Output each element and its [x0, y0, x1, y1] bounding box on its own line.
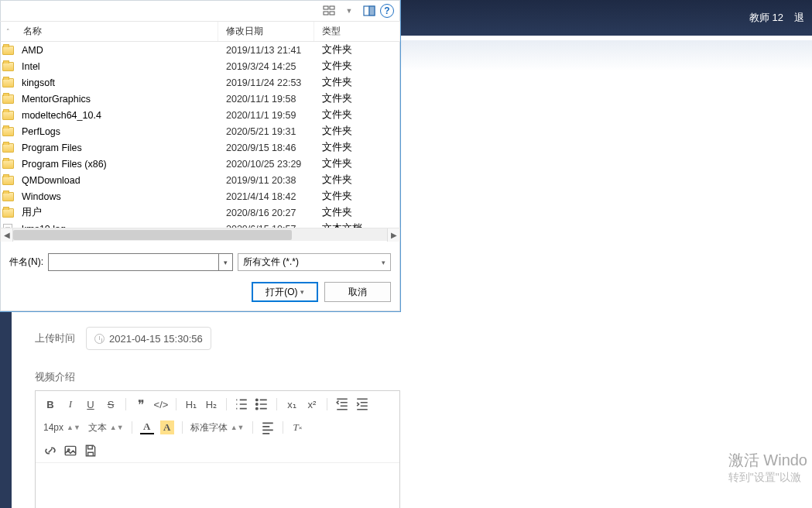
subscript-icon[interactable]: x₁	[285, 397, 299, 411]
file-name: modeltech64_10.4	[15, 110, 218, 121]
svg-point-1	[256, 403, 258, 405]
sort-indicator-icon: ˄	[0, 28, 15, 36]
scroll-right-icon[interactable]: ▶	[387, 228, 400, 242]
folder-icon	[0, 78, 15, 88]
file-name: MentorGraphics	[15, 94, 218, 105]
user-label[interactable]: 教师 12	[749, 11, 783, 25]
h1-icon[interactable]: H₁	[184, 397, 198, 411]
file-type-filter[interactable]: 所有文件 (*.*) ▾	[238, 253, 391, 271]
filename-input[interactable]	[48, 253, 219, 271]
clear-format-icon[interactable]: T×	[291, 420, 305, 434]
help-icon[interactable]: ?	[380, 4, 394, 18]
image-icon[interactable]	[63, 444, 77, 458]
file-name: QMDownload	[15, 175, 218, 186]
font-color-icon[interactable]: A	[140, 420, 154, 434]
svg-rect-5	[324, 6, 328, 9]
divider	[327, 398, 327, 410]
upload-time-value: 2021-04-15 15:30:56	[109, 333, 203, 345]
std-font-select[interactable]: 标准字体▲▼	[190, 421, 245, 434]
file-type: 文件夹	[314, 108, 400, 122]
file-row[interactable]: Windows2021/4/14 18:42文件夹	[0, 188, 400, 204]
view-dropdown-icon[interactable]: ▼	[340, 2, 358, 19]
align-icon[interactable]	[261, 420, 275, 434]
strike-icon[interactable]: S	[104, 397, 118, 411]
scroll-left-icon[interactable]: ◀	[0, 228, 13, 242]
divider	[276, 398, 277, 410]
file-row[interactable]: modeltech64_10.42020/11/1 19:59文件夹	[0, 107, 400, 123]
divider	[176, 398, 176, 410]
superscript-icon[interactable]: x²	[305, 397, 319, 411]
file-row[interactable]: kingsoft2019/11/24 22:53文件夹	[0, 74, 400, 91]
file-row[interactable]: Program Files (x86)2020/10/25 23:29文件夹	[0, 156, 400, 172]
folder-icon	[0, 127, 15, 136]
file-date: 2021/4/14 18:42	[218, 191, 314, 202]
quote-icon[interactable]: ❞	[134, 397, 148, 411]
file-row[interactable]: 用户2020/8/16 20:27文件夹	[0, 204, 400, 221]
code-icon[interactable]: </>	[154, 397, 168, 411]
preview-pane-icon[interactable]	[360, 2, 379, 19]
col-type[interactable]: 类型	[314, 22, 400, 41]
file-row[interactable]: QMDownload2019/9/11 20:38文件夹	[0, 172, 400, 188]
highlight-icon[interactable]: A	[160, 420, 174, 434]
outdent-icon[interactable]	[335, 397, 349, 411]
link-icon[interactable]	[43, 444, 57, 458]
rich-text-editor: B I U S ❞ </> H₁ H₂	[35, 390, 400, 508]
file-name: Intel	[15, 61, 218, 72]
font-select[interactable]: 文本▲▼	[88, 421, 124, 434]
file-type: 文件夹	[314, 141, 400, 154]
h2-icon[interactable]: H₂	[204, 397, 218, 411]
clock-icon	[94, 334, 104, 344]
windows-activation-watermark: 激活 Windo 转到"设置"以激	[728, 450, 807, 485]
logout-link[interactable]: 退	[794, 11, 804, 25]
open-button[interactable]: 打开(O) ▾	[252, 282, 318, 302]
filename-history-dropdown[interactable]: ▾	[219, 253, 233, 271]
divider	[132, 421, 132, 434]
folder-icon	[0, 208, 15, 218]
folder-icon	[0, 62, 15, 71]
indent-icon[interactable]	[355, 397, 369, 411]
file-date: 2020/11/1 19:58	[218, 94, 314, 105]
file-row[interactable]: AMD2019/11/13 21:41文件夹	[0, 42, 400, 58]
file-type: 文本文档	[314, 222, 400, 228]
file-date: 2020/5/21 19:31	[218, 126, 314, 137]
col-date[interactable]: 修改日期	[218, 22, 314, 41]
column-headers: ˄ 名称 修改日期 类型	[0, 22, 400, 42]
ol-icon[interactable]	[235, 397, 248, 411]
folder-icon	[0, 94, 15, 104]
file-name: Program Files	[15, 142, 218, 153]
file-row[interactable]: Program Files2020/9/15 18:46文件夹	[0, 139, 400, 156]
save-icon[interactable]	[84, 444, 98, 458]
file-date: 2020/8/16 20:27	[218, 208, 314, 218]
file-row[interactable]: MentorGraphics2020/11/1 19:58文件夹	[0, 91, 400, 107]
view-mode-icon[interactable]	[320, 2, 338, 19]
filename-label: 件名(N):	[9, 256, 43, 269]
file-name: kingsoft	[15, 77, 218, 88]
file-date: 2019/11/13 21:41	[218, 45, 314, 56]
file-row[interactable]: kms10.log2020/6/15 10:57文本文档	[0, 221, 400, 228]
col-name[interactable]: 名称	[15, 22, 218, 41]
underline-icon[interactable]: U	[84, 397, 98, 411]
file-type: 文件夹	[314, 60, 400, 73]
file-type: 文件夹	[314, 157, 400, 170]
file-name: PerfLogs	[15, 126, 218, 137]
svg-rect-8	[330, 12, 334, 15]
divider	[283, 421, 283, 434]
file-row[interactable]: PerfLogs2020/5/21 19:31文件夹	[0, 123, 400, 139]
svg-point-0	[256, 399, 258, 400]
horizontal-scrollbar[interactable]: ◀ ▶	[0, 228, 400, 241]
ul-icon[interactable]	[255, 397, 269, 411]
file-date: 2020/9/15 18:46	[218, 142, 314, 153]
cancel-button[interactable]: 取消	[324, 282, 391, 302]
upload-time-input[interactable]: 2021-04-15 15:30:56	[86, 327, 211, 350]
file-type: 文件夹	[314, 190, 400, 203]
bold-icon[interactable]: B	[43, 397, 57, 411]
font-size-select[interactable]: 14px▲▼	[43, 422, 81, 433]
file-date: 2020/6/15 10:57	[218, 224, 314, 228]
editor-textarea[interactable]	[36, 463, 399, 508]
file-type: 文件夹	[314, 173, 400, 187]
italic-icon[interactable]: I	[63, 397, 77, 411]
file-row[interactable]: Intel2019/3/24 14:25文件夹	[0, 58, 400, 74]
divider	[125, 398, 126, 410]
scroll-thumb[interactable]	[13, 230, 292, 240]
upload-time-label: 上传时间	[35, 331, 75, 345]
